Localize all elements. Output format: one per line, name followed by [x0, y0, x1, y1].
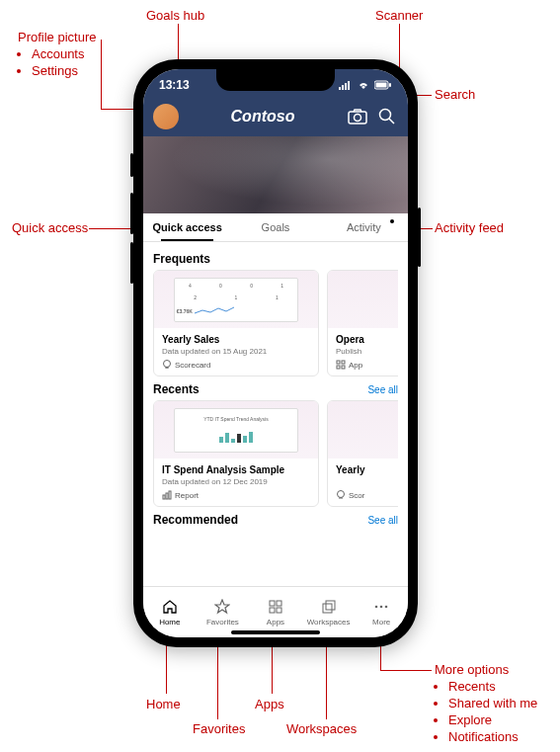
section-header-recents: Recents See all — [153, 382, 398, 396]
annotation-home: Home — [146, 697, 181, 713]
card-subtitle: Data updated on 15 Aug 2021 — [162, 347, 310, 356]
camera-icon — [348, 109, 367, 125]
svg-rect-6 — [389, 83, 391, 87]
workspaces-icon — [320, 598, 338, 616]
content-area: Frequents 4001 211 €3.76K Yearly Sales D… — [143, 242, 408, 582]
svg-rect-5 — [376, 83, 387, 88]
svg-point-11 — [164, 361, 171, 368]
svg-point-8 — [355, 115, 361, 122]
tab-activity[interactable]: Activity — [320, 213, 408, 241]
annotation-activity-feed: Activity feed — [435, 220, 504, 237]
card-thumb — [328, 401, 398, 459]
activity-dot-icon — [390, 219, 394, 223]
svg-rect-13 — [342, 361, 345, 364]
card-meta: Report — [162, 490, 310, 500]
recents-row[interactable]: YTD IT Spend Trend Analysis IT Spend Ana… — [153, 400, 398, 507]
svg-rect-17 — [166, 493, 168, 499]
annotation-workspaces: Workspaces — [286, 721, 357, 738]
annotation-line — [101, 40, 102, 109]
phone-screen: 13:13 Contoso Quick access Goals — [143, 69, 408, 637]
card-thumb: YTD IT Spend Trend Analysis — [154, 401, 318, 459]
battery-icon — [374, 80, 392, 90]
svg-rect-24 — [323, 604, 332, 613]
card-title: IT Spend Analysis Sample — [162, 464, 310, 475]
section-header-recommended: Recommended See all — [153, 513, 398, 527]
phone-frame: 13:13 Contoso Quick access Goals — [133, 59, 418, 647]
section-title: Recommended — [153, 513, 238, 527]
hero-image — [143, 136, 408, 213]
card-title: Opera — [336, 334, 398, 345]
scorecard-icon — [162, 360, 172, 370]
annotation-quick-access: Quick access — [12, 220, 88, 237]
search-button[interactable] — [376, 106, 398, 127]
annotation-scanner: Scanner — [375, 8, 423, 25]
svg-rect-20 — [270, 601, 275, 606]
card-meta: Scor — [336, 490, 398, 500]
report-icon — [162, 490, 172, 500]
app-icon — [336, 360, 346, 370]
svg-rect-14 — [337, 366, 340, 369]
annotation-more: More options Recents Shared with me Expl… — [435, 662, 537, 745]
search-icon — [378, 108, 396, 125]
app-header: Contoso — [143, 97, 408, 136]
svg-point-26 — [375, 606, 378, 609]
scorecard-thumb-icon: 4001 211 €3.76K — [174, 278, 298, 322]
card-subtitle: Publish — [336, 347, 398, 356]
svg-point-19 — [338, 491, 345, 498]
svg-line-10 — [389, 119, 394, 124]
apps-icon — [267, 598, 284, 616]
wifi-icon — [357, 80, 370, 90]
svg-rect-21 — [277, 601, 281, 606]
notch — [216, 69, 335, 91]
svg-rect-25 — [326, 601, 335, 610]
nav-home[interactable]: Home — [143, 587, 197, 637]
card-title: Yearly — [336, 464, 398, 475]
card-subtitle: Data updated on 12 Dec 2019 — [162, 477, 310, 486]
annotation-search: Search — [435, 87, 475, 104]
card-meta: App — [336, 360, 398, 370]
card-title: Yearly Sales — [162, 334, 310, 345]
see-all-recents[interactable]: See all — [367, 384, 398, 395]
home-indicator[interactable] — [231, 630, 320, 634]
status-time: 13:13 — [159, 78, 190, 92]
see-all-recommended[interactable]: See all — [367, 515, 398, 526]
card-opera[interactable]: Opera Publish App — [327, 270, 398, 376]
nav-more[interactable]: More — [355, 587, 408, 637]
avatar[interactable] — [153, 104, 179, 129]
home-icon — [161, 598, 179, 616]
card-yearly-sales[interactable]: 4001 211 €3.76K Yearly Sales Data update… — [153, 270, 319, 376]
annotation-goals-hub: Goals hub — [146, 8, 204, 25]
svg-rect-18 — [169, 491, 171, 499]
svg-rect-23 — [277, 608, 281, 613]
card-thumb — [328, 271, 398, 328]
card-thumb: 4001 211 €3.76K — [154, 271, 318, 328]
tab-quick-access[interactable]: Quick access — [143, 213, 231, 241]
svg-rect-12 — [337, 361, 340, 364]
scanner-button[interactable] — [347, 106, 368, 127]
svg-rect-2 — [345, 83, 347, 90]
card-it-spend[interactable]: YTD IT Spend Trend Analysis IT Spend Ana… — [153, 400, 319, 507]
frequents-row[interactable]: 4001 211 €3.76K Yearly Sales Data update… — [153, 270, 398, 376]
svg-point-9 — [380, 110, 391, 121]
app-title: Contoso — [187, 108, 339, 125]
section-title: Frequents — [153, 252, 210, 266]
annotation-line — [380, 670, 432, 671]
section-title: Recents — [153, 382, 200, 396]
scorecard-icon — [336, 490, 346, 500]
svg-point-27 — [380, 606, 383, 609]
annotation-apps: Apps — [255, 697, 284, 713]
svg-rect-0 — [339, 87, 341, 90]
more-icon — [372, 598, 390, 616]
svg-rect-16 — [163, 495, 165, 499]
signal-icon — [339, 80, 353, 90]
annotation-favorites: Favorites — [193, 721, 245, 738]
card-meta: Scorecard — [162, 360, 310, 370]
svg-rect-1 — [342, 85, 344, 90]
section-header-frequents: Frequents — [153, 252, 398, 266]
tab-bar: Quick access Goals Activity — [143, 213, 408, 242]
tab-goals[interactable]: Goals — [231, 213, 319, 241]
annotation-profile: Profile picture Accounts Settings — [18, 30, 96, 80]
card-yearly[interactable]: Yearly Scor — [327, 400, 398, 507]
svg-rect-15 — [342, 366, 345, 369]
report-thumb-icon: YTD IT Spend Trend Analysis — [174, 408, 298, 453]
